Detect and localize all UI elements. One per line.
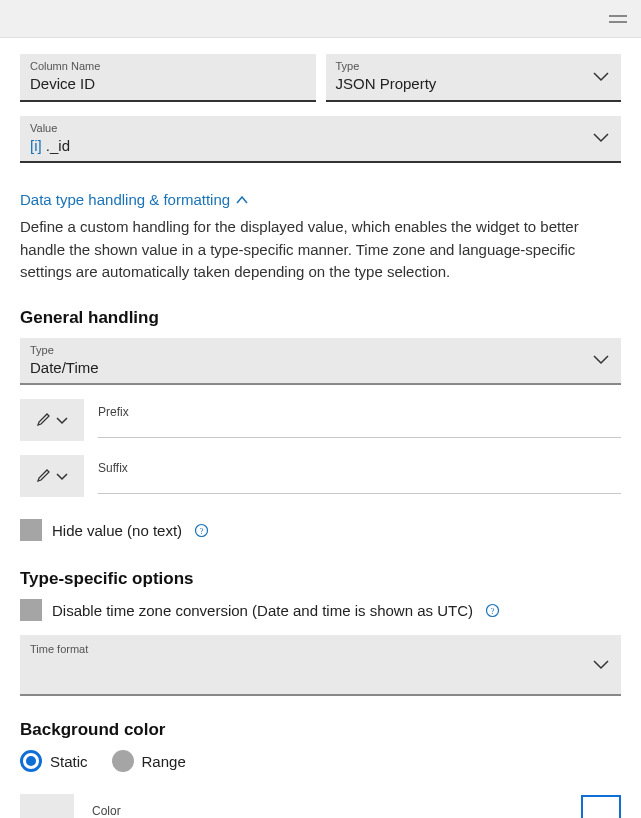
handling-toggle-label: Data type handling & formatting <box>20 191 230 208</box>
suffix-label: Suffix <box>98 461 128 475</box>
column-name-value: Device ID <box>30 74 306 94</box>
suffix-input[interactable]: Suffix <box>98 459 621 494</box>
svg-text:?: ? <box>491 605 495 615</box>
section-bg-color-heading: Background color <box>20 720 621 740</box>
suffix-edit-button[interactable] <box>20 455 84 497</box>
menu-icon[interactable] <box>609 11 627 27</box>
value-label: Value <box>30 122 611 134</box>
info-icon[interactable]: ? <box>485 603 500 618</box>
chevron-down-icon <box>56 412 68 428</box>
svg-text:?: ? <box>200 525 204 535</box>
chevron-down-icon <box>593 133 609 143</box>
hide-value-checkbox[interactable] <box>20 519 42 541</box>
prefix-input[interactable]: Prefix <box>98 403 621 438</box>
value-field[interactable]: Value [i] ._id <box>20 116 621 164</box>
handling-description: Define a custom handling for the display… <box>20 216 621 284</box>
time-format-label: Time format <box>30 643 611 655</box>
pencil-icon <box>36 467 52 486</box>
color-swatch-button[interactable] <box>20 794 74 818</box>
handling-toggle[interactable]: Data type handling & formatting <box>20 191 621 208</box>
radio-range[interactable]: Range <box>112 750 186 772</box>
color-label: Color <box>92 804 563 818</box>
type-value: JSON Property <box>336 74 612 94</box>
radio-icon-selected <box>20 750 42 772</box>
disable-tz-checkbox[interactable] <box>20 599 42 621</box>
value-text: ._id <box>46 137 70 154</box>
radio-icon-unselected <box>112 750 134 772</box>
section-type-specific-heading: Type-specific options <box>20 569 621 589</box>
general-type-field[interactable]: Type Date/Time <box>20 338 621 386</box>
chevron-down-icon <box>593 660 609 670</box>
value-expression: [i] ._id <box>30 136 611 156</box>
chevron-up-icon <box>236 196 248 204</box>
pencil-icon <box>36 411 52 430</box>
type-label: Type <box>336 60 612 72</box>
chevron-down-icon <box>56 468 68 484</box>
color-preview[interactable] <box>581 795 621 818</box>
info-icon[interactable]: ? <box>194 523 209 538</box>
radio-static-label: Static <box>50 753 88 770</box>
section-general-heading: General handling <box>20 308 621 328</box>
value-prefix-token: [i] <box>30 137 42 154</box>
general-type-value: Date/Time <box>30 358 611 378</box>
time-format-value <box>30 657 611 676</box>
radio-range-label: Range <box>142 753 186 770</box>
disable-tz-label: Disable time zone conversion (Date and t… <box>52 602 473 619</box>
chevron-down-icon <box>593 355 609 365</box>
column-name-label: Column Name <box>30 60 306 72</box>
type-field[interactable]: Type JSON Property <box>326 54 622 102</box>
chevron-down-icon <box>593 72 609 82</box>
prefix-label: Prefix <box>98 405 129 419</box>
column-name-field[interactable]: Column Name Device ID <box>20 54 316 102</box>
radio-static[interactable]: Static <box>20 750 88 772</box>
hide-value-label: Hide value (no text) <box>52 522 182 539</box>
general-type-label: Type <box>30 344 611 356</box>
time-format-field[interactable]: Time format <box>20 635 621 696</box>
prefix-edit-button[interactable] <box>20 399 84 441</box>
panel-topbar <box>0 0 641 38</box>
